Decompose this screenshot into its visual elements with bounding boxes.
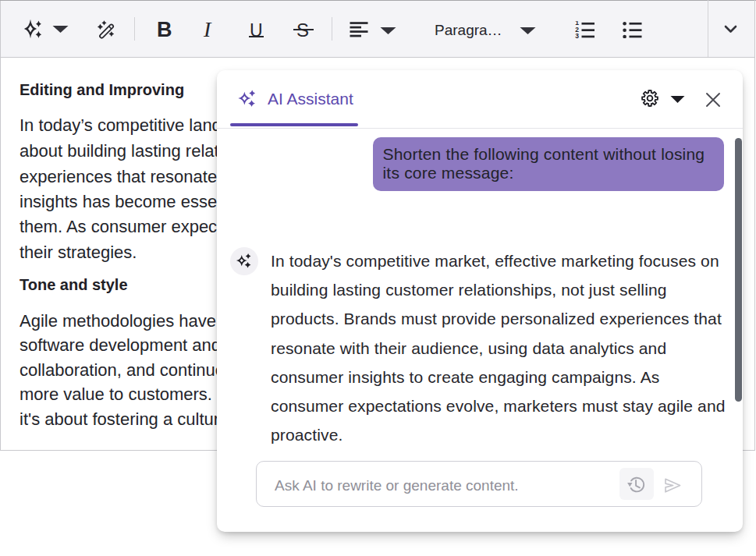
- svg-text:3: 3: [575, 32, 579, 38]
